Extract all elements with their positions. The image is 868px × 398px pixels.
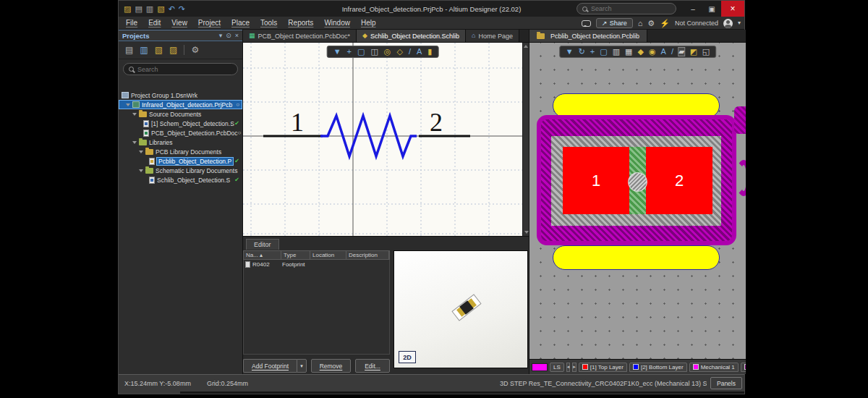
home-icon[interactable]: ⌂ <box>638 20 643 27</box>
tree-item-pcblib[interactable]: Pcblib_Object_Detection.P ✔ <box>119 156 242 166</box>
current-layer-swatch[interactable] <box>532 363 548 371</box>
menu-file[interactable]: File <box>126 19 137 27</box>
selection-icon[interactable]: ▢ <box>600 48 607 56</box>
pad-2[interactable]: 2 <box>646 147 712 214</box>
pad-array-icon[interactable]: ▥ <box>613 48 620 56</box>
expander-icon[interactable] <box>139 151 143 153</box>
menu-help[interactable]: Help <box>361 19 376 27</box>
expander-icon[interactable] <box>132 141 137 144</box>
fill-icon[interactable]: ▰ <box>678 48 684 56</box>
script-icon[interactable]: ▨ <box>124 5 131 13</box>
move-icon[interactable]: + <box>347 48 352 56</box>
3d-preview-panel[interactable]: 2D <box>393 250 528 368</box>
new-document-icon[interactable]: ▥ <box>146 5 153 13</box>
tab-schlib[interactable]: ◆ Schlib_Object Detection.Schlib <box>357 30 466 42</box>
avatar[interactable] <box>723 19 733 28</box>
tab-pcblib[interactable]: Pcblib_Object Detection.Pcblib <box>529 30 647 42</box>
rotate-icon[interactable]: ↻ <box>579 48 585 56</box>
filter-icon[interactable]: ▼ <box>333 48 341 56</box>
gear-icon[interactable]: ⚙ <box>647 20 655 27</box>
string-icon[interactable]: A <box>661 48 666 56</box>
layer-tab-mechanical1[interactable]: Mechanical 1 <box>689 363 739 372</box>
expander-icon[interactable] <box>139 169 143 172</box>
polygon-icon[interactable]: ◩ <box>689 48 697 56</box>
tab-home-page[interactable]: ⌂ Home Page <box>466 30 519 42</box>
scroll-up-icon[interactable] <box>524 45 528 48</box>
add-footprint-button[interactable]: Add Footprint <box>243 359 297 373</box>
global-search-input[interactable] <box>591 5 671 12</box>
undo-icon[interactable]: ↶ <box>169 5 175 13</box>
tree-item-workspace[interactable]: Project Group 1.DsnWrk <box>119 90 242 100</box>
place-line-icon[interactable]: / <box>409 48 411 56</box>
place-text-icon[interactable]: A <box>417 48 422 56</box>
menu-project[interactable]: Project <box>198 19 221 27</box>
settings-gear-icon[interactable]: ⚙ <box>191 46 199 54</box>
layer-tab-bottom[interactable]: [2] Bottom Layer <box>629 363 687 372</box>
layer-tab-top[interactable]: [1] Top Layer <box>579 363 627 372</box>
tab-pcbdoc[interactable]: ▦ PCB_Object Detection.PcbDoc* <box>243 30 357 42</box>
projects-search-box[interactable] <box>123 63 238 75</box>
scroll-layers-right-icon[interactable]: ▸ <box>572 363 576 372</box>
pcb-footprint-canvas[interactable]: ▼ ↻ + ▢ ▥ ▦ ◆ ◉ A / ▰ ◩ ◱ 1 <box>529 43 746 359</box>
window-layout-icon[interactable]: ▤ <box>135 5 142 13</box>
room-icon[interactable]: ◱ <box>702 48 710 56</box>
place-component-icon[interactable]: ▮ <box>427 48 432 56</box>
silkscreen-bar-top[interactable] <box>553 93 720 118</box>
connection-status[interactable]: Not Connected <box>675 20 718 27</box>
2d-mode-button[interactable]: 2D <box>399 351 416 363</box>
comment-icon[interactable] <box>582 20 591 27</box>
pad-icon[interactable]: ◆ <box>638 48 644 56</box>
panel-collapse-icon[interactable]: ▾ <box>219 32 223 39</box>
redo-icon[interactable]: ↷ <box>179 5 185 13</box>
menu-window[interactable]: Window <box>324 19 350 27</box>
menu-tools[interactable]: Tools <box>260 19 277 27</box>
panels-button[interactable]: Panels <box>710 377 742 389</box>
open-folder-icon[interactable]: ▧ <box>157 5 164 13</box>
line-icon[interactable]: / <box>671 48 673 56</box>
pad-1[interactable]: 1 <box>563 147 629 214</box>
find-similar-icon[interactable]: ◎ <box>384 48 391 56</box>
expander-icon[interactable] <box>132 113 137 116</box>
edit-button[interactable]: Edit... <box>355 359 390 373</box>
canvas-vertical-scrollbar[interactable] <box>522 43 529 236</box>
projects-search-input[interactable] <box>137 66 232 73</box>
layer-tab-mechanical[interactable]: Mechanical <box>741 363 746 372</box>
tree-item-schdoc[interactable]: [1] Schem_Object_detection.S ✔ <box>119 119 242 128</box>
compile-icon[interactable]: ▥ <box>140 46 148 54</box>
panel-pin-icon[interactable]: ⊙ <box>226 32 231 39</box>
tree-item-source-documents[interactable]: Source Documents <box>119 109 242 119</box>
tree-item-pcb-library-documents[interactable]: PCB Library Documents <box>119 147 242 156</box>
expander-icon[interactable] <box>126 103 130 106</box>
tree-item-schematic-library-documents[interactable]: Schematic Library Documents <box>119 166 242 175</box>
selection-icon[interactable]: ▢ <box>357 48 365 56</box>
editor-tab[interactable]: Editor <box>246 239 279 250</box>
panel-close-icon[interactable]: × <box>235 32 239 39</box>
global-search-box[interactable] <box>576 3 676 14</box>
column-name[interactable]: Na... ▴ <box>244 251 281 259</box>
minimize-button[interactable]: – <box>684 1 702 17</box>
add-footprint-caret[interactable]: ▾ <box>297 359 307 373</box>
schematic-canvas[interactable]: 1 2 ▼ + ▢ ◫ ◎ ◇ / A ▮ <box>243 43 522 236</box>
tree-item-project[interactable]: Infrared_Object_detection.PrjPcb ○ <box>119 100 242 109</box>
menu-reports[interactable]: Reports <box>288 19 313 27</box>
silkscreen-bar-bottom[interactable] <box>553 245 720 270</box>
tree-item-schlib[interactable]: Schlib_Object_Detection.S ✔ <box>119 175 242 185</box>
grid-icon[interactable]: ▦ <box>625 48 632 56</box>
tree-item-libraries[interactable]: Libraries <box>119 137 242 147</box>
avatar-caret-icon[interactable]: ▾ <box>738 20 741 26</box>
layer-sets-button[interactable]: LS <box>550 363 564 372</box>
paste-icon[interactable]: ◫ <box>370 48 378 56</box>
move-icon[interactable]: + <box>590 48 595 56</box>
share-button[interactable]: ↗ Share <box>596 18 633 28</box>
column-type[interactable]: Type <box>281 251 310 259</box>
close-button[interactable]: × <box>721 1 744 17</box>
scroll-layers-left-icon[interactable]: ◂ <box>566 363 571 372</box>
table-row[interactable]: R0402 Footprint <box>244 260 389 269</box>
filter-icon[interactable]: ▼ <box>566 48 574 56</box>
place-pin-icon[interactable]: ◇ <box>396 48 402 56</box>
column-location[interactable]: Location <box>310 251 346 259</box>
save-icon[interactable]: ▤ <box>125 46 133 54</box>
via-icon[interactable]: ◉ <box>649 48 656 56</box>
menu-edit[interactable]: Edit <box>148 19 161 27</box>
scroll-down-icon[interactable] <box>524 231 529 234</box>
